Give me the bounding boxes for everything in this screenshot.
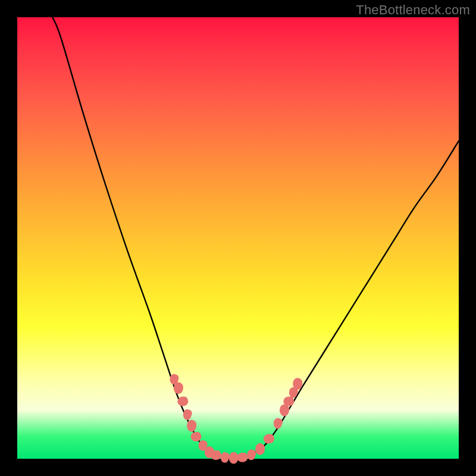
svg-point-29 — [268, 434, 274, 441]
curve-marker — [221, 452, 230, 463]
svg-point-27 — [259, 444, 265, 452]
curve-marker — [237, 453, 248, 462]
curve-marker — [274, 418, 283, 429]
curve-marker — [183, 409, 192, 420]
curve-marker — [280, 404, 289, 416]
svg-point-39 — [296, 379, 302, 386]
svg-point-1 — [173, 374, 178, 381]
bottleneck-curve-svg — [17, 17, 459, 459]
curve-marker — [283, 397, 294, 406]
svg-point-17 — [215, 450, 221, 458]
curve-marker — [187, 419, 196, 431]
svg-point-3 — [177, 383, 183, 390]
curve-marker — [177, 397, 188, 406]
svg-point-7 — [186, 410, 192, 417]
curve-marker — [264, 434, 274, 444]
bottleneck-curve — [52, 17, 459, 459]
curve-marker — [174, 382, 183, 394]
curve-marker — [191, 432, 202, 441]
chart-frame: TheBottleneck.com — [0, 0, 476, 476]
svg-point-25 — [250, 450, 256, 457]
curve-marker — [229, 452, 239, 464]
curve-marker — [255, 443, 265, 455]
svg-point-9 — [190, 421, 196, 428]
svg-point-19 — [224, 453, 230, 460]
svg-point-31 — [277, 419, 283, 426]
curve-marker — [211, 450, 221, 460]
svg-point-13 — [202, 441, 208, 448]
svg-point-33 — [283, 405, 289, 412]
curve-marker — [293, 378, 302, 390]
watermark-text: TheBottleneck.com — [356, 2, 470, 18]
svg-point-11 — [195, 432, 201, 439]
curve-marker — [247, 449, 256, 460]
plot-area — [17, 17, 459, 459]
svg-point-5 — [181, 397, 187, 404]
svg-point-23 — [241, 453, 247, 460]
